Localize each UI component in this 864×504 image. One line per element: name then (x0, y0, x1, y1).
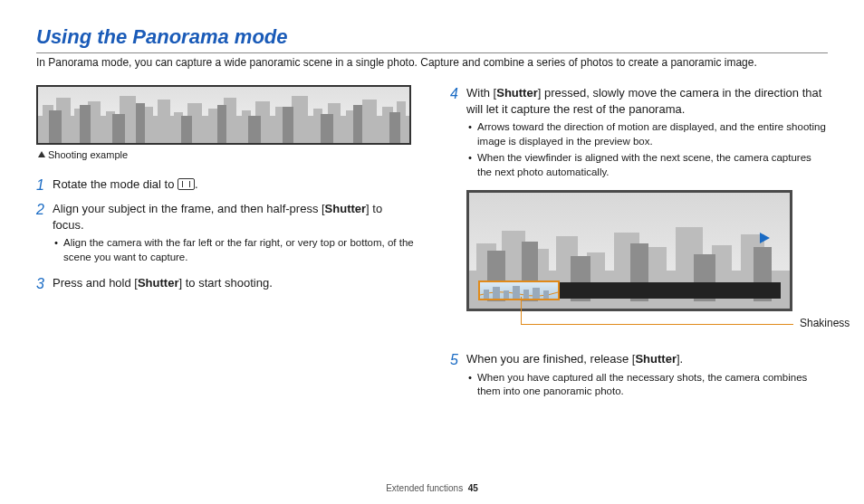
triangle-up-icon (38, 151, 45, 157)
step-4: 4 With [Shutter] pressed, slowly move th… (450, 85, 828, 183)
svg-rect-30 (283, 107, 293, 143)
step-number: 2 (36, 201, 53, 268)
step-number: 1 (36, 176, 53, 194)
step-bullet: Arrows toward the direction of motion ar… (466, 120, 828, 148)
example-caption: Shooting example (38, 149, 414, 160)
preview-frame (466, 190, 792, 311)
svg-rect-54 (513, 286, 520, 299)
page-title: Using the Panorama mode (36, 25, 828, 49)
left-column: Shooting example 1 Rotate the mode dial … (36, 85, 414, 410)
svg-rect-51 (484, 290, 489, 299)
svg-rect-28 (217, 105, 226, 143)
step-1: 1 Rotate the mode dial to . (36, 176, 414, 194)
step-number: 4 (450, 85, 466, 183)
panorama-mode-icon (178, 178, 195, 190)
svg-rect-20 (362, 100, 377, 143)
step-5: 5 When you are finished, release [Shutte… (450, 351, 828, 403)
step-text: Align your subject in the frame, and the… (53, 201, 414, 268)
page-footer: Extended functions 45 (0, 483, 864, 493)
step-bullet: When you have captured all the necessary… (466, 371, 828, 399)
step-2: 2 Align your subject in the frame, and t… (36, 201, 414, 268)
svg-rect-53 (504, 290, 509, 299)
step-text: When you are finished, release [Shutter]… (466, 351, 828, 403)
title-rule (36, 52, 828, 53)
svg-rect-33 (389, 112, 400, 143)
svg-rect-26 (136, 103, 145, 143)
svg-rect-27 (181, 116, 192, 143)
svg-rect-32 (353, 105, 362, 143)
step-text: With [Shutter] pressed, slowly move the … (466, 85, 828, 183)
step-text: Rotate the mode dial to . (53, 176, 414, 194)
svg-rect-16 (292, 96, 308, 143)
content-columns: Shooting example 1 Rotate the mode dial … (36, 85, 828, 410)
panorama-example-image (36, 85, 411, 145)
svg-rect-8 (158, 100, 170, 143)
right-column: 4 With [Shutter] pressed, slowly move th… (450, 85, 828, 410)
svg-rect-23 (49, 110, 62, 143)
svg-rect-52 (493, 287, 500, 299)
step-bullet: Align the camera with the far left or th… (53, 236, 414, 264)
step-text: Press and hold [Shutter] to start shooti… (53, 275, 414, 292)
direction-arrow-icon (760, 233, 770, 243)
shakiness-label: Shakiness (800, 317, 850, 329)
step-bullet: When the viewfinder is aligned with the … (466, 151, 828, 179)
preview-illustration: Shakiness (466, 190, 792, 311)
step-3: 3 Press and hold [Shutter] to start shoo… (36, 275, 414, 292)
intro-text: In Panorama mode, you can capture a wide… (36, 56, 828, 69)
callout-line (521, 297, 793, 325)
svg-rect-24 (80, 105, 91, 143)
svg-rect-25 (112, 114, 125, 143)
svg-rect-29 (248, 116, 261, 143)
step-number: 5 (450, 351, 466, 403)
step-number: 3 (36, 275, 53, 292)
svg-rect-31 (321, 114, 333, 143)
